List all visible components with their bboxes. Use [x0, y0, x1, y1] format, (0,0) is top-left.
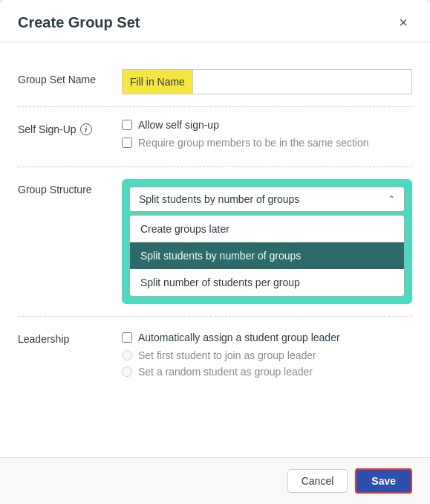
group-structure-row: Group Structure Split students by number…	[18, 167, 412, 317]
info-icon: i	[80, 123, 92, 135]
first-student-radio[interactable]	[122, 350, 132, 361]
option-split-by-number-of-groups[interactable]: Split students by number of groups	[130, 242, 404, 269]
save-button[interactable]: Save	[355, 468, 412, 494]
group-structure-options: Create groups later Split students by nu…	[129, 215, 405, 297]
self-signup-label: Self Sign-Up i	[18, 119, 122, 135]
modal-title: Create Group Set	[18, 14, 140, 31]
auto-assign-leader-row: Automatically assign a student group lea…	[122, 332, 412, 343]
first-student-radio-row: Set first student to join as group leade…	[122, 349, 412, 361]
group-structure-label: Group Structure	[18, 179, 122, 196]
leadership-row: Leadership Automatically assign a studen…	[18, 317, 412, 394]
cancel-button[interactable]: Cancel	[287, 469, 348, 493]
self-signup-control: Allow self sign-up Require group members…	[122, 119, 412, 155]
group-structure-control: Split students by number of groups ⌃ Cre…	[122, 179, 412, 304]
group-set-name-row: Group Set Name Fill in Name	[18, 57, 412, 107]
require-same-section-row: Require group members to be in the same …	[122, 137, 412, 149]
random-student-radio[interactable]	[122, 366, 132, 377]
random-student-radio-row: Set a random student as group leader	[122, 366, 412, 378]
group-set-name-input[interactable]	[192, 69, 412, 94]
random-student-radio-label: Set a random student as group leader	[138, 366, 313, 378]
require-same-section-checkbox[interactable]	[122, 138, 132, 148]
modal: Create Group Set × Group Set Name Fill i…	[0, 0, 430, 504]
option-create-groups-later[interactable]: Create groups later	[130, 216, 404, 242]
modal-header: Create Group Set ×	[0, 0, 430, 42]
option-split-students-per-group[interactable]: Split number of students per group	[130, 269, 404, 296]
dropdown-selected-text: Split students by number of groups	[139, 193, 299, 205]
allow-self-signup-label: Allow self sign-up	[138, 119, 219, 131]
chevron-up-icon: ⌃	[388, 194, 395, 204]
group-set-name-control: Fill in Name	[122, 69, 412, 94]
fill-in-name-label: Fill in Name	[122, 69, 192, 94]
first-student-radio-label: Set first student to join as group leade…	[138, 349, 316, 361]
modal-body: Group Set Name Fill in Name Self Sign-Up…	[0, 42, 430, 457]
group-structure-dropdown-trigger[interactable]: Split students by number of groups ⌃	[129, 187, 405, 212]
modal-footer: Cancel Save	[0, 457, 430, 504]
self-signup-row: Self Sign-Up i Allow self sign-up Requir…	[18, 107, 412, 167]
allow-self-signup-row: Allow self sign-up	[122, 119, 412, 131]
group-set-name-label: Group Set Name	[18, 69, 122, 85]
group-structure-dropdown-area: Split students by number of groups ⌃ Cre…	[122, 179, 412, 304]
require-same-section-label: Require group members to be in the same …	[138, 137, 369, 149]
leadership-label: Leadership	[18, 329, 122, 345]
leadership-control: Automatically assign a student group lea…	[122, 329, 412, 382]
auto-assign-leader-label: Automatically assign a student group lea…	[138, 332, 340, 343]
allow-self-signup-checkbox[interactable]	[122, 120, 132, 130]
name-input-wrapper: Fill in Name	[122, 69, 412, 94]
auto-assign-leader-checkbox[interactable]	[122, 332, 132, 343]
close-button[interactable]: ×	[394, 13, 412, 31]
